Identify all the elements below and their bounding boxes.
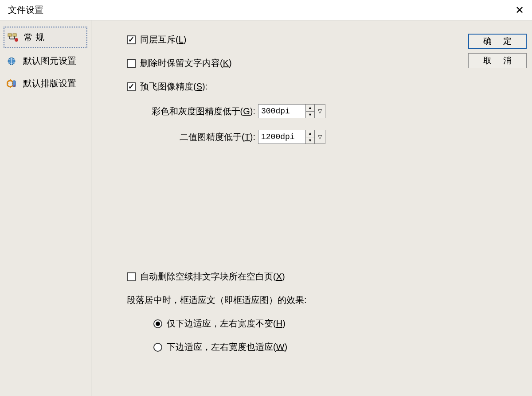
row-color-gray: 彩色和灰度图精度低于(G): ▲▼ ▽	[140, 104, 521, 118]
row-preflight[interactable]: 预飞图像精度(S):	[127, 81, 521, 93]
binary-spinner[interactable]: ▲▼ ▽	[258, 130, 325, 144]
sidebar-item-general[interactable]: 常 规	[4, 27, 87, 48]
paragraph-center-heading: 段落居中时，框适应文（即框适应图）的效果:	[127, 294, 521, 306]
cancel-button[interactable]: 取 消	[468, 53, 527, 68]
svg-point-5	[15, 38, 18, 42]
main-container: 常 规 默认图元设置 默认排版设置	[0, 20, 532, 396]
row-auto-delete[interactable]: 自动删除空续排文字块所在空白页(X)	[127, 271, 521, 283]
spin-up-icon[interactable]: ▲	[306, 105, 314, 112]
close-icon[interactable]: ✕	[515, 5, 524, 16]
radio-bottom-width[interactable]	[153, 343, 162, 352]
label-radio-width: 下边适应，左右宽度也适应(W)	[167, 341, 287, 353]
row-binary: 二值图精度低于(T): ▲▼ ▽	[140, 130, 521, 144]
general-icon	[7, 32, 20, 43]
spin-down-icon[interactable]: ▼	[306, 112, 314, 118]
sidebar-item-default-layout[interactable]: 默认排版设置	[4, 74, 87, 93]
spinner-buttons[interactable]: ▲▼	[306, 130, 315, 144]
main-panel: 确 定 取 消 同层互斥(L) 删除时保留文字内容(K) 预飞图像精度(S): …	[91, 20, 532, 396]
button-column: 确 定 取 消	[468, 34, 527, 68]
label-keep-text: 删除时保留文字内容(K)	[140, 57, 232, 69]
spin-down-icon[interactable]: ▼	[306, 137, 314, 144]
svg-rect-1	[13, 34, 16, 36]
sidebar-item-label: 常 规	[24, 31, 44, 43]
title-bar: 文件设置 ✕	[0, 0, 532, 20]
dropdown-icon[interactable]: ▽	[315, 130, 325, 144]
svg-rect-0	[8, 34, 12, 36]
checkbox-auto-delete[interactable]	[127, 272, 136, 281]
checkbox-preflight[interactable]	[127, 82, 136, 91]
sidebar-item-label: 默认排版设置	[23, 78, 76, 89]
svg-point-10	[14, 85, 15, 86]
row-same-layer[interactable]: 同层互斥(L)	[127, 34, 521, 46]
checkbox-keep-text[interactable]	[127, 59, 136, 68]
dropdown-icon[interactable]: ▽	[315, 104, 325, 118]
row-radio-bottom[interactable]: 仅下边适应，左右宽度不变(H)	[153, 318, 521, 330]
checkbox-same-layer[interactable]	[127, 35, 136, 44]
label-radio-bottom: 仅下边适应，左右宽度不变(H)	[167, 318, 286, 330]
window-title: 文件设置	[8, 4, 43, 16]
sidebar-item-label: 默认图元设置	[23, 55, 76, 67]
label-binary: 二值图精度低于(T):	[140, 131, 255, 143]
row-radio-width[interactable]: 下边适应，左右宽度也适应(W)	[153, 341, 521, 353]
label-same-layer: 同层互斥(L)	[140, 34, 186, 46]
element-icon	[6, 56, 19, 66]
label-preflight: 预飞图像精度(S):	[140, 81, 207, 93]
spacer	[127, 155, 521, 271]
label-color-gray: 彩色和灰度图精度低于(G):	[140, 105, 255, 117]
binary-input[interactable]	[258, 130, 306, 144]
row-keep-text[interactable]: 删除时保留文字内容(K)	[127, 57, 521, 69]
color-gray-input[interactable]	[258, 104, 306, 118]
spin-up-icon[interactable]: ▲	[306, 130, 314, 137]
sidebar-item-default-element[interactable]: 默认图元设置	[4, 51, 87, 71]
spinner-buttons[interactable]: ▲▼	[306, 104, 315, 118]
color-gray-spinner[interactable]: ▲▼ ▽	[258, 104, 325, 118]
layout-icon	[6, 78, 19, 89]
ok-button[interactable]: 确 定	[468, 34, 527, 49]
radio-bottom-only[interactable]	[153, 319, 162, 328]
sidebar: 常 规 默认图元设置 默认排版设置	[0, 20, 91, 396]
label-auto-delete: 自动删除空续排文字块所在空白页(X)	[140, 271, 285, 283]
